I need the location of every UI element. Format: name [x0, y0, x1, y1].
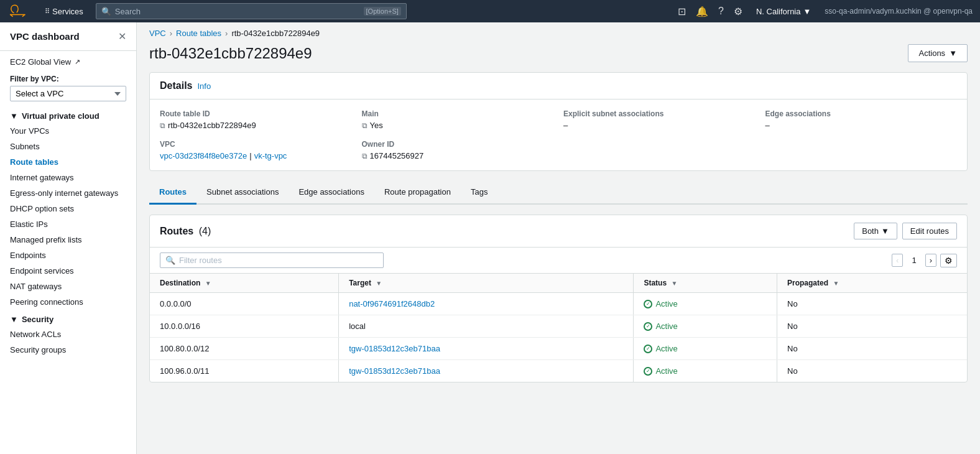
page-title: rtb-0432e1cbb722894e9	[149, 45, 312, 62]
table-row: 100.96.0.0/11tgw-01853d12c3eb71baaActive…	[150, 360, 967, 382]
sidebar-item-subnets[interactable]: Subnets	[0, 139, 136, 154]
vpc-detail-value: vpc-03d23f84f8e0e372e | vk-tg-vpc	[160, 151, 352, 160]
breadcrumb-sep-2: ›	[225, 29, 228, 38]
region-label: N. California	[756, 7, 801, 16]
col-destination: Destination ▼	[150, 274, 339, 293]
search-icon: 🔍	[101, 7, 111, 16]
region-chevron: ▼	[803, 7, 811, 16]
cell-destination: 10.0.0.0/16	[150, 315, 339, 338]
external-link-icon: ↗	[75, 58, 80, 66]
sidebar-item-elastic-ips[interactable]: Elastic IPs	[0, 216, 136, 232]
tab-route-propagation[interactable]: Route propagation	[374, 181, 461, 205]
vpc-link1[interactable]: vpc-03d23f84f8e0e372e	[160, 151, 247, 160]
target-sort-icon[interactable]: ▼	[376, 280, 382, 287]
both-button[interactable]: Both ▼	[854, 223, 897, 239]
main-copy-icon[interactable]: ⧉	[362, 121, 368, 130]
sidebar-item-peering-connections[interactable]: Peering connections	[0, 294, 136, 310]
main-text: Yes	[370, 121, 383, 130]
status-badge: Active	[644, 322, 767, 331]
owner-id-label: Owner ID	[362, 140, 554, 149]
sidebar-item-your-vpcs[interactable]: Your VPCs	[0, 123, 136, 139]
search-input[interactable]	[115, 7, 360, 16]
sidebar-item-route-tables[interactable]: Route tables	[0, 154, 136, 170]
sidebar-item-endpoint-services[interactable]: Endpoint services	[0, 263, 136, 279]
status-circle-icon	[644, 367, 652, 376]
both-chevron-icon: ▼	[881, 226, 889, 236]
close-icon[interactable]: ✕	[118, 32, 126, 42]
cell-target[interactable]: tgw-01853d12c3eb71baa	[339, 338, 634, 360]
actions-label: Actions	[918, 49, 945, 58]
col-target: Target ▼	[339, 274, 634, 293]
security-section-title: Security	[22, 315, 53, 324]
cloud-icon[interactable]: ⊡	[678, 6, 686, 17]
status-badge: Active	[644, 344, 767, 353]
owner-id-value: ⧉ 167445256927	[362, 151, 554, 160]
propagated-sort-icon[interactable]: ▼	[833, 280, 839, 287]
sidebar-item-managed-prefix-lists[interactable]: Managed prefix lists	[0, 232, 136, 248]
help-icon[interactable]: ?	[718, 6, 724, 17]
edit-routes-button[interactable]: Edit routes	[902, 223, 957, 239]
tab-edge-associations[interactable]: Edge associations	[289, 181, 374, 205]
search-bar[interactable]: 🔍 [Option+S]	[96, 3, 407, 19]
sidebar-header: VPC dashboard ✕	[0, 22, 136, 51]
sidebar-item-security-groups[interactable]: Security groups	[0, 342, 136, 358]
cell-destination: 100.96.0.0/11	[150, 360, 339, 382]
cell-target[interactable]: tgw-01853d12c3eb71baa	[339, 360, 634, 382]
services-button[interactable]: ⠿ Services	[40, 4, 88, 19]
tab-propagation-label: Route propagation	[384, 187, 451, 197]
page-title-bar: rtb-0432e1cbb722894e9 Actions ▼	[137, 42, 980, 72]
route-table-id-field: Route table ID ⧉ rtb-0432e1cbb722894e9	[160, 109, 352, 130]
owner-id-field: Owner ID ⧉ 167445256927	[362, 140, 554, 160]
route-table-id-label: Route table ID	[160, 109, 352, 118]
user-info[interactable]: sso-qa-admin/vadym.kuchkin @ openvpn-qa	[825, 7, 973, 16]
details-title: Details	[160, 80, 192, 91]
tab-routes[interactable]: Routes	[149, 181, 196, 205]
table-settings-button[interactable]: ⚙	[940, 254, 957, 267]
aws-logo[interactable]	[7, 4, 30, 18]
security-section: ▼ Security Network ACLs Security groups	[0, 310, 136, 358]
target-link[interactable]: tgw-01853d12c3eb71baa	[349, 366, 440, 376]
sidebar-item-nat-gateways[interactable]: NAT gateways	[0, 279, 136, 294]
routes-table: Destination ▼ Target ▼ Status ▼ Propag	[150, 274, 967, 382]
tab-edge-label: Edge associations	[298, 187, 364, 197]
vpc-select[interactable]: Select a VPC	[10, 86, 126, 101]
target-link[interactable]: nat-0f9674691f2648db2	[349, 299, 435, 308]
bell-icon[interactable]: 🔔	[696, 6, 708, 17]
route-table-id-text: rtb-0432e1cbb722894e9	[168, 121, 256, 130]
filter-input-wrap[interactable]: 🔍	[160, 252, 384, 268]
breadcrumb-vpc[interactable]: VPC	[149, 29, 166, 38]
cell-status: Active	[634, 315, 777, 338]
vpc-section-header[interactable]: ▼ Virtual private cloud	[0, 106, 136, 123]
filter-routes-input[interactable]	[179, 256, 378, 265]
copy-icon[interactable]: ⧉	[160, 121, 165, 130]
nav-right: ⊡ 🔔 ? ⚙ N. California ▼ sso-qa-admin/vad…	[678, 6, 973, 17]
sidebar-item-endpoints[interactable]: Endpoints	[0, 248, 136, 263]
sidebar-item-dhcp-option-sets[interactable]: DHCP option sets	[0, 201, 136, 216]
vpc-link2[interactable]: vk-tg-vpc	[254, 151, 287, 160]
tab-subnet-associations[interactable]: Subnet associations	[196, 181, 289, 205]
owner-id-copy-icon[interactable]: ⧉	[362, 152, 368, 160]
status-sort-icon[interactable]: ▼	[671, 280, 677, 287]
cell-propagated: No	[777, 315, 967, 338]
prev-page-button[interactable]: ‹	[892, 254, 903, 267]
tab-tags[interactable]: Tags	[461, 181, 497, 205]
settings-icon[interactable]: ⚙	[734, 6, 742, 17]
filter-row: 🔍 ‹ 1 › ⚙	[150, 248, 967, 274]
actions-button[interactable]: Actions ▼	[908, 44, 968, 62]
target-link[interactable]: tgw-01853d12c3eb71baa	[349, 344, 440, 353]
security-section-header[interactable]: ▼ Security	[0, 310, 136, 327]
sidebar-item-internet-gateways[interactable]: Internet gateways	[0, 170, 136, 185]
status-circle-icon	[644, 345, 652, 353]
sidebar-item-ec2-global-view[interactable]: EC2 Global View ↗	[0, 51, 136, 70]
cell-propagated: No	[777, 293, 967, 315]
next-page-button[interactable]: ›	[925, 254, 936, 267]
sidebar-item-egress-internet-gateways[interactable]: Egress-only internet gateways	[0, 185, 136, 201]
info-link[interactable]: Info	[197, 81, 211, 91]
breadcrumb-route-tables[interactable]: Route tables	[176, 29, 221, 38]
region-selector[interactable]: N. California ▼	[752, 6, 815, 17]
destination-sort-icon[interactable]: ▼	[205, 280, 211, 287]
cell-target[interactable]: nat-0f9674691f2648db2	[339, 293, 634, 315]
col-status: Status ▼	[634, 274, 777, 293]
sidebar-item-network-acls[interactable]: Network ACLs	[0, 327, 136, 342]
cell-status: Active	[634, 360, 777, 382]
